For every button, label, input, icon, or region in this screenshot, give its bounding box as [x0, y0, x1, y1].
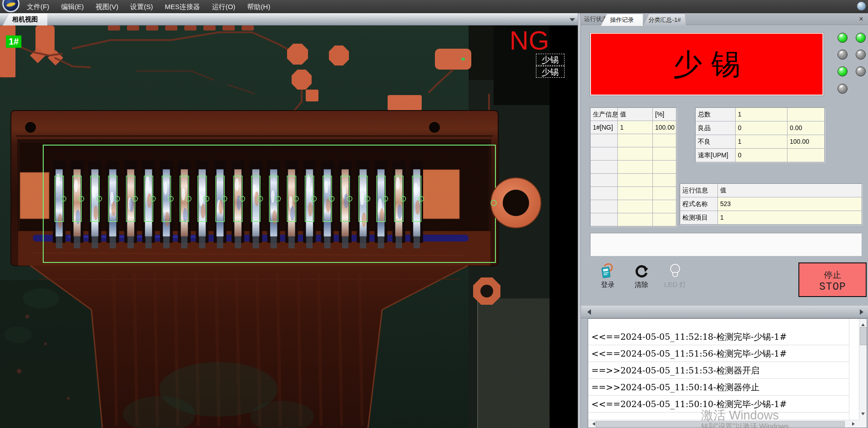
table-cell: 100.00	[787, 135, 824, 148]
tab-category-summary[interactable]: 分类汇总-1#	[643, 14, 686, 26]
vscroll-thumb[interactable]	[860, 327, 867, 345]
lightbulb-icon	[667, 263, 683, 279]
camera-viewport: 1# NG 少锡少锡	[0, 25, 578, 428]
table-cell	[653, 187, 676, 200]
table-cell: 100.00	[653, 121, 676, 134]
pcb-image	[0, 25, 550, 428]
status-led	[838, 33, 848, 43]
run-info-table: 运行信息值程式名称523检测项目1	[680, 183, 862, 225]
clear-button[interactable]: 清除	[626, 262, 656, 295]
menu-item-6[interactable]: 运行(O)	[206, 0, 242, 13]
table-cell: 程式名称	[680, 197, 717, 211]
table-cell: 良品	[696, 121, 735, 135]
camera-id-badge: 1#	[6, 35, 21, 48]
close-icon[interactable]: ×	[857, 15, 865, 23]
scroll-left-icon[interactable]	[590, 422, 595, 426]
stop-button[interactable]: 停止 STOP	[798, 262, 867, 297]
table-cell	[590, 200, 617, 213]
led-light-label: LED 灯	[660, 281, 690, 289]
scroll-down-icon[interactable]	[861, 413, 865, 417]
table-cell	[590, 161, 617, 173]
tabstrip-dropdown-icon[interactable]	[570, 18, 575, 24]
run-status-panel: 运行状态 × 少锡 生产信息值[%]1#[NG]1100.00 总数1良品00.…	[581, 13, 868, 428]
table-cell: 1#[NG]	[590, 121, 617, 134]
table-cell: 523	[718, 197, 862, 211]
table-cell: 值	[718, 184, 862, 197]
table-cell	[590, 187, 617, 200]
status-led	[856, 50, 866, 60]
log-entry: ==>>2024-05-05_11:51:53-检测器开启	[588, 362, 849, 379]
tab-camera-view[interactable]: 相机视图	[3, 13, 47, 25]
table-cell: 总数	[696, 108, 735, 121]
scroll-right-icon[interactable]	[852, 422, 857, 426]
status-led	[838, 50, 848, 60]
tabs-scroll-left-icon[interactable]	[585, 309, 591, 315]
table-cell: 检测项目	[680, 211, 717, 224]
table-cell: 不良	[696, 135, 735, 148]
table-cell	[618, 200, 652, 213]
table-cell	[618, 174, 652, 186]
table-cell	[618, 161, 652, 173]
table-cell	[618, 187, 652, 200]
table-cell: 0.00	[787, 121, 824, 135]
message-box	[590, 233, 862, 256]
scroll-up-icon[interactable]	[861, 322, 865, 326]
table-cell	[618, 213, 652, 226]
status-led	[838, 84, 848, 94]
defect-tag: 少锡	[536, 66, 565, 78]
menu-item-3[interactable]: 视图(V)	[90, 0, 124, 13]
table-cell: 1	[618, 121, 652, 134]
log-entry: ==>>2024-05-05_11:50:14-检测器停止	[588, 379, 849, 396]
scrollbar-corner	[859, 420, 867, 428]
tabs-scroll-right-icon[interactable]	[860, 309, 866, 315]
clear-icon	[633, 263, 650, 279]
app-logo-icon	[1, 0, 21, 13]
menu-item-7[interactable]: 帮助(H)	[241, 0, 276, 13]
log-entry: <<==2024-05-05_11:52:18-检测完毕-少锡-1#	[588, 328, 849, 345]
table-cell	[653, 134, 676, 147]
table-cell	[787, 149, 824, 162]
table-cell: 运行信息	[680, 184, 717, 197]
table-cell: 0	[736, 121, 787, 135]
defect-banner: 少锡	[590, 33, 823, 96]
menu-item-5[interactable]: MES连接器	[159, 0, 206, 13]
log-entry: <<==2024-05-05_11:51:56-检测完毕-少锡-1#	[588, 345, 849, 362]
tray-icon[interactable]	[857, 2, 866, 10]
menu-bar: 文件(F)编辑(E)视图(V)设置(S)MES连接器运行(O)帮助(H)	[0, 0, 868, 13]
defect-tag: 少锡	[536, 54, 565, 65]
tab-operation-log[interactable]: 操作记录	[601, 14, 643, 26]
stop-label-en: STOP	[799, 281, 866, 293]
table-cell	[590, 174, 617, 186]
windows-activation-watermark-sub: 转到"设置"以激活 Windows。	[701, 422, 796, 428]
table-cell	[653, 161, 676, 173]
table-cell	[618, 147, 652, 160]
table-cell	[787, 108, 824, 121]
menu-item-1[interactable]: 文件(F)	[21, 0, 55, 13]
table-cell	[653, 147, 676, 160]
table-cell: [%]	[653, 108, 676, 121]
table-cell: 1	[718, 211, 862, 224]
menu-item-2[interactable]: 编辑(E)	[55, 0, 90, 13]
table-cell	[618, 134, 652, 147]
table-cell	[590, 134, 617, 147]
table-cell: 1	[736, 108, 787, 121]
inspection-result-text: NG	[510, 27, 549, 54]
clear-label: 清除	[626, 281, 656, 289]
table-cell: 速率[UPM]	[696, 149, 735, 162]
menu-items: 文件(F)编辑(E)视图(V)设置(S)MES连接器运行(O)帮助(H)	[21, 0, 276, 13]
table-cell	[590, 213, 617, 226]
status-led	[838, 66, 848, 76]
panel-splitter[interactable]	[578, 13, 581, 428]
stats-table: 总数1良品00.00不良1100.00速率[UPM]0	[695, 107, 825, 162]
menu-item-4[interactable]: 设置(S)	[124, 0, 159, 13]
vertical-scrollbar[interactable]	[859, 319, 867, 420]
log-tabstrip	[581, 306, 868, 318]
table-cell	[653, 200, 676, 213]
table-cell: 值	[618, 108, 652, 121]
table-cell: 0	[736, 149, 787, 162]
production-table: 生产信息值[%]1#[NG]1100.00	[590, 107, 676, 227]
status-led	[856, 33, 866, 43]
table-cell	[653, 174, 676, 186]
led-light-button[interactable]: LED 灯	[660, 262, 690, 295]
login-button[interactable]: 登录	[593, 262, 623, 295]
